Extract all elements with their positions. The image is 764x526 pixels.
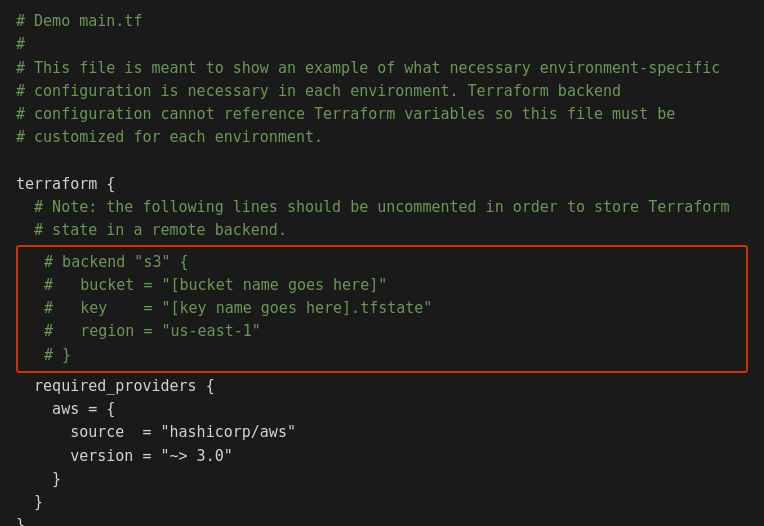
line-9: # Note: the following lines should be un… (16, 198, 729, 216)
line-19: aws = { (16, 400, 115, 418)
line-18: required_providers { (16, 377, 215, 395)
line-3: # This file is meant to show an example … (16, 59, 720, 77)
hl-line-2: # bucket = "[bucket name goes here]" (26, 276, 387, 294)
highlighted-code: # backend "s3" { # bucket = "[bucket nam… (26, 251, 738, 367)
line-4: # configuration is necessary in each env… (16, 82, 621, 100)
line-24: } (16, 516, 25, 526)
hl-line-5: # } (26, 346, 71, 364)
line-6: # customized for each environment. (16, 128, 323, 146)
line-5: # configuration cannot reference Terrafo… (16, 105, 675, 123)
line-23: } (16, 493, 43, 511)
line-2: # (16, 35, 25, 53)
hl-line-3: # key = "[key name goes here].tfstate" (26, 299, 432, 317)
line-22: } (16, 470, 61, 488)
hl-line-1: # backend "s3" { (26, 253, 189, 271)
line-1: # Demo main.tf (16, 12, 142, 30)
line-10: # state in a remote backend. (16, 221, 287, 239)
line-21: version = "~> 3.0" (16, 447, 233, 465)
line-20: source = "hashicorp/aws" (16, 423, 296, 441)
highlighted-block: # backend "s3" { # bucket = "[bucket nam… (16, 245, 748, 373)
code-editor: # Demo main.tf # # This file is meant to… (0, 0, 764, 526)
hl-line-4: # region = "us-east-1" (26, 322, 261, 340)
code-lower: required_providers { aws = { source = "h… (16, 375, 748, 526)
line-8: terraform { (16, 175, 115, 193)
code-content: # Demo main.tf # # This file is meant to… (16, 10, 748, 243)
